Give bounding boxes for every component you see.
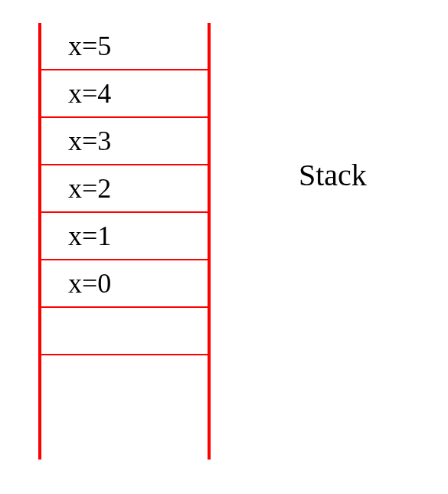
stack-cell-label: x=0 xyxy=(68,267,111,299)
stack-label: Stack xyxy=(299,157,367,193)
stack-cell xyxy=(41,308,208,355)
stack-cell-label: x=5 xyxy=(68,30,111,62)
stack-cell: x=2 xyxy=(41,165,208,213)
stack-cell: x=0 xyxy=(41,260,208,308)
stack-cell-label: x=4 xyxy=(68,77,111,110)
stack-cell: x=5 xyxy=(41,23,208,70)
stack-cell: x=3 xyxy=(41,118,208,165)
stack-cell-label: x=1 xyxy=(68,220,111,252)
stack-cell: x=4 xyxy=(41,70,208,118)
stack-cell-label: x=3 xyxy=(68,125,111,157)
stack-container: x=5 x=4 x=3 x=2 x=1 x=0 xyxy=(38,23,211,460)
stack-cell: x=1 xyxy=(41,213,208,260)
stack-cell-label: x=2 xyxy=(68,172,111,204)
